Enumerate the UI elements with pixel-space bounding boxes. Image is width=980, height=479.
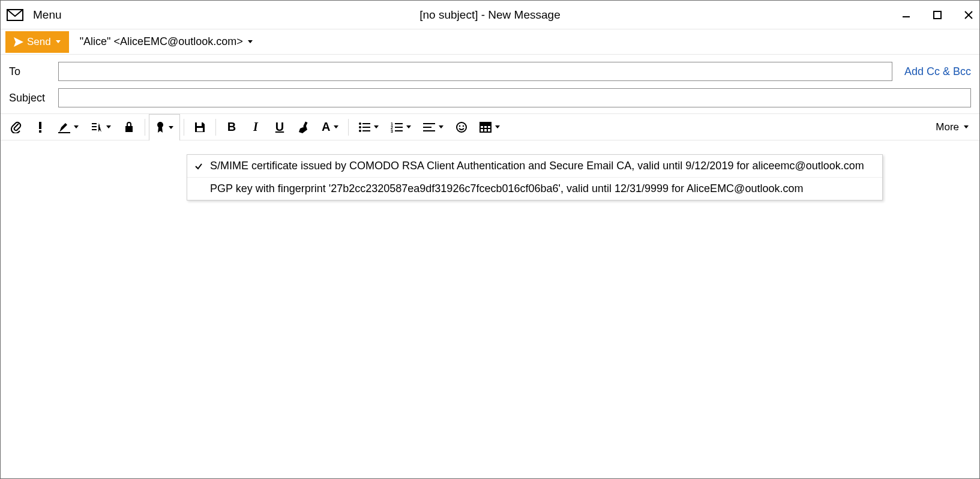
- chevron-down-icon: [169, 126, 173, 129]
- save-icon: [194, 121, 206, 133]
- smiley-icon: [455, 121, 467, 133]
- paper-plane-icon: [14, 37, 23, 47]
- lock-icon: [124, 121, 134, 133]
- svg-rect-12: [125, 126, 133, 132]
- attach-button[interactable]: [4, 114, 28, 140]
- subject-label: Subject: [9, 92, 52, 104]
- window-controls: [899, 1, 976, 29]
- broom-icon: [298, 121, 310, 133]
- templates-button[interactable]: [85, 114, 117, 140]
- separator: [184, 119, 184, 136]
- svg-rect-14: [197, 122, 202, 126]
- bullet-list-button[interactable]: [352, 114, 385, 140]
- svg-point-21: [359, 130, 361, 132]
- certificate-option-label: S/MIME certificate issued by COMODO RSA …: [210, 160, 864, 172]
- send-button-label: Send: [27, 36, 51, 48]
- save-button[interactable]: [188, 114, 212, 140]
- priority-button[interactable]: [28, 114, 52, 140]
- encrypt-button[interactable]: [117, 114, 141, 140]
- window-title: [no subject] - New Message: [1, 8, 979, 22]
- to-input[interactable]: [58, 62, 892, 81]
- certificate-option-pgp[interactable]: PGP key with fingerprint '27b2cc2320587e…: [187, 178, 882, 200]
- add-cc-bcc-link[interactable]: Add Cc & Bcc: [904, 65, 971, 78]
- bold-button[interactable]: B: [220, 114, 244, 140]
- more-button[interactable]: More: [936, 121, 976, 133]
- svg-point-17: [359, 122, 361, 125]
- minimize-button[interactable]: [899, 8, 913, 22]
- svg-rect-5: [39, 122, 41, 129]
- certificate-icon: [155, 121, 165, 133]
- svg-marker-11: [98, 122, 101, 132]
- svg-rect-2: [934, 11, 941, 19]
- exclamation-icon: [38, 121, 43, 133]
- chevron-down-icon: [439, 125, 443, 128]
- app-mail-icon: [5, 5, 25, 25]
- align-button[interactable]: [417, 114, 449, 140]
- compose-toolbar: B I U A 123 More: [1, 114, 979, 140]
- close-button[interactable]: [961, 8, 976, 22]
- separator: [145, 119, 145, 136]
- chevron-down-icon: [56, 40, 61, 43]
- header-fields: To Add Cc & Bcc Subject: [1, 55, 979, 114]
- maximize-button[interactable]: [930, 8, 945, 22]
- svg-point-19: [359, 126, 361, 128]
- chevron-down-icon: [406, 125, 411, 128]
- certificate-option-smime[interactable]: S/MIME certificate issued by COMODO RSA …: [187, 155, 882, 178]
- svg-rect-40: [480, 122, 491, 125]
- font-color-button[interactable]: A: [316, 114, 344, 140]
- chevron-down-icon: [74, 125, 79, 128]
- emoji-button[interactable]: [449, 114, 473, 140]
- subject-input[interactable]: [58, 88, 971, 107]
- font-icon: A: [322, 120, 330, 134]
- italic-icon: I: [253, 120, 258, 134]
- svg-point-32: [457, 122, 466, 132]
- underline-button[interactable]: U: [268, 114, 292, 140]
- chevron-down-icon: [964, 125, 969, 128]
- svg-rect-15: [197, 128, 203, 131]
- menu-button[interactable]: Menu: [33, 8, 62, 22]
- numbered-list-button[interactable]: 123: [385, 114, 417, 140]
- svg-point-33: [459, 125, 461, 127]
- chevron-down-icon: [248, 40, 253, 43]
- svg-text:3: 3: [391, 129, 393, 133]
- bold-icon: B: [227, 120, 236, 134]
- paperclip-icon: [11, 121, 22, 133]
- send-row: Send "Alice" <AliceEMC@outlook.com>: [1, 29, 979, 55]
- underline-icon: U: [275, 120, 284, 134]
- chevron-down-icon: [334, 125, 338, 128]
- titlebar: Menu [no subject] - New Message: [1, 1, 979, 29]
- check-icon: [193, 162, 204, 170]
- chevron-down-icon: [495, 125, 500, 128]
- numbered-list-icon: 123: [391, 122, 403, 133]
- certificate-option-label: PGP key with fingerprint '27b2cc2320587e…: [210, 182, 803, 195]
- align-icon: [423, 122, 435, 133]
- pen-icon: [58, 121, 70, 133]
- separator: [215, 119, 216, 136]
- chevron-down-icon: [106, 125, 111, 128]
- to-label: To: [9, 65, 52, 78]
- subject-row: Subject: [9, 88, 971, 107]
- clear-format-button[interactable]: [292, 114, 316, 140]
- svg-point-34: [463, 125, 464, 127]
- signature-button[interactable]: [52, 114, 85, 140]
- to-row: To Add Cc & Bcc: [9, 62, 971, 81]
- from-display: "Alice" <AliceEMC@outlook.com>: [80, 35, 243, 48]
- certificate-button[interactable]: [149, 114, 180, 140]
- chevron-down-icon: [374, 125, 379, 128]
- italic-button[interactable]: I: [244, 114, 268, 140]
- certificate-dropdown: S/MIME certificate issued by COMODO RSA …: [187, 154, 883, 200]
- svg-rect-6: [39, 130, 41, 133]
- table-icon: [479, 122, 492, 133]
- table-button[interactable]: [473, 114, 506, 140]
- bullet-list-icon: [358, 122, 370, 133]
- from-selector[interactable]: "Alice" <AliceEMC@outlook.com>: [80, 35, 253, 48]
- template-icon: [91, 121, 103, 133]
- svg-point-13: [157, 122, 163, 128]
- separator: [348, 119, 349, 136]
- send-button[interactable]: Send: [5, 31, 69, 53]
- more-label: More: [936, 121, 959, 133]
